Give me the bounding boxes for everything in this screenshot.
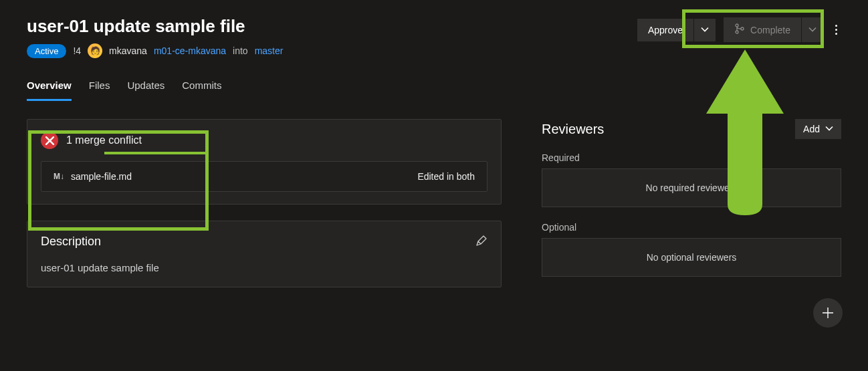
- into-label: into: [233, 45, 248, 56]
- page-title: user-01 update sample file: [27, 16, 283, 37]
- optional-reviewers-box: No optional reviewers: [542, 238, 841, 277]
- svg-point-0: [736, 24, 738, 27]
- conflict-title: 1 merge conflict: [66, 134, 142, 146]
- complete-label: Complete: [750, 25, 790, 35]
- annotation-underline: [104, 152, 207, 154]
- approve-button[interactable]: Approve: [637, 19, 693, 41]
- kebab-icon: [835, 25, 837, 35]
- markdown-file-icon: M↓: [53, 172, 64, 181]
- add-button[interactable]: [813, 298, 843, 328]
- description-card: Description user-01 update sample file: [27, 221, 502, 287]
- complete-dropdown[interactable]: [801, 17, 823, 42]
- edit-description-button[interactable]: [475, 235, 487, 249]
- source-branch-link[interactable]: m01-ce-mkavana: [154, 45, 226, 56]
- approve-group: Approve: [637, 19, 716, 41]
- tab-files[interactable]: Files: [89, 76, 110, 101]
- required-label: Required: [542, 152, 841, 163]
- pr-meta-row: Active !4 🧑 mkavana m01-ce-mkavana into …: [27, 43, 283, 58]
- merge-conflict-card: 1 merge conflict M↓ sample-file.md Edite…: [27, 119, 502, 205]
- tab-updates[interactable]: Updates: [127, 76, 165, 101]
- complete-group: Complete: [724, 17, 823, 42]
- approve-dropdown[interactable]: [693, 19, 716, 41]
- avatar: 🧑: [88, 43, 102, 58]
- description-body: user-01 update sample file: [41, 262, 487, 273]
- header-actions: Approve Complete: [637, 17, 841, 42]
- target-branch-link[interactable]: master: [255, 45, 284, 56]
- more-options-button[interactable]: [831, 22, 841, 37]
- tab-bar: Overview Files Updates Commits: [27, 76, 841, 102]
- error-icon: [41, 132, 58, 149]
- conflict-file-name: sample-file.md: [71, 171, 132, 182]
- conflict-file-row[interactable]: M↓ sample-file.md Edited in both: [41, 161, 487, 192]
- chevron-down-icon: [808, 25, 817, 35]
- tab-overview[interactable]: Overview: [27, 76, 72, 101]
- description-heading: Description: [41, 235, 101, 249]
- author-name[interactable]: mkavana: [109, 45, 147, 56]
- plus-icon: [821, 306, 835, 320]
- svg-point-2: [741, 27, 744, 30]
- merge-icon: [734, 23, 745, 36]
- add-reviewer-button[interactable]: Add: [795, 119, 841, 139]
- conflict-count: !4: [73, 45, 81, 56]
- optional-label: Optional: [542, 222, 841, 233]
- add-label: Add: [803, 124, 820, 134]
- conflict-file-status: Edited in both: [417, 171, 475, 182]
- svg-point-1: [736, 31, 738, 33]
- chevron-down-icon: [825, 124, 833, 134]
- status-badge: Active: [27, 44, 66, 58]
- tab-commits[interactable]: Commits: [182, 76, 221, 101]
- chevron-down-icon: [701, 25, 709, 35]
- reviewers-heading: Reviewers: [542, 122, 604, 137]
- complete-button[interactable]: Complete: [724, 17, 801, 42]
- required-reviewers-box: No required reviewers: [542, 168, 841, 207]
